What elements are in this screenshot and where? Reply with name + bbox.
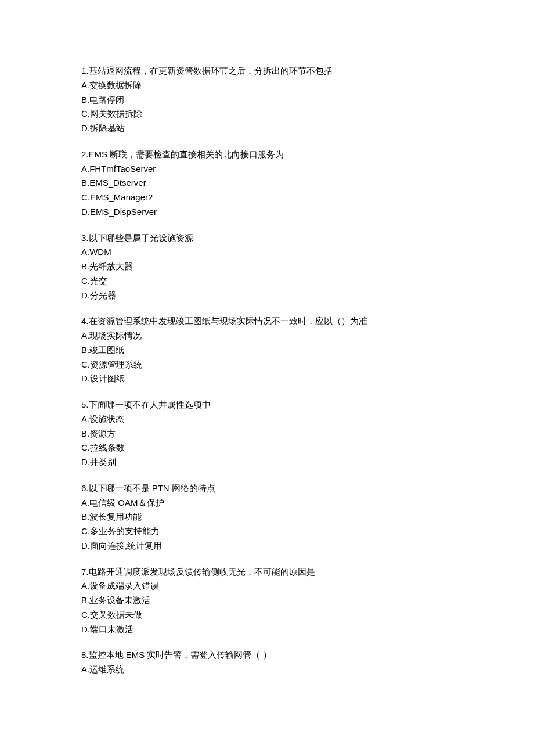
question-text: 2.EMS 断联，需要检查的直接相关的北向接口服务为 — [81, 147, 453, 162]
question-option: A.设施状态 — [81, 412, 453, 427]
question-option: B.光纤放大器 — [81, 260, 453, 274]
question-option: C.网关数据拆除 — [81, 107, 453, 121]
question-option: B.资源方 — [81, 427, 453, 441]
question-block: 5.下面哪一项不在人井属性选项中 A.设施状态 B.资源方 C.拉线条数 D.井… — [81, 398, 453, 470]
question-text: 7.电路开通调度派发现场反馈传输侧收无光，不可能的原因是 — [81, 565, 453, 579]
question-option: C.光交 — [81, 274, 453, 289]
question-option: B.业务设备未激活 — [81, 593, 453, 608]
question-block: 3.以下哪些是属于光设施资源 A.WDM B.光纤放大器 C.光交 D.分光器 — [81, 231, 453, 303]
question-option: A.电信级 OAM＆保护 — [81, 496, 453, 510]
question-block: 2.EMS 断联，需要检查的直接相关的北向接口服务为 A.FHTmfTaoSer… — [81, 147, 453, 219]
question-option: C.EMS_Manager2 — [81, 190, 453, 205]
question-block: 1.基站退网流程，在更新资管数据环节之后，分拆出的环节不包括 A.交换数据拆除 … — [81, 64, 453, 136]
document-page: 1.基站退网流程，在更新资管数据环节之后，分拆出的环节不包括 A.交换数据拆除 … — [0, 0, 534, 756]
question-option: C.多业务的支持能力 — [81, 524, 453, 539]
question-option: D.井类别 — [81, 455, 453, 470]
question-option: B.竣工图纸 — [81, 343, 453, 358]
question-text: 3.以下哪些是属于光设施资源 — [81, 231, 453, 246]
question-option: A.FHTmfTaoServer — [81, 162, 453, 177]
question-option: A.现场实际情况 — [81, 329, 453, 343]
question-option: A.设备成端录入错误 — [81, 579, 453, 593]
question-option: A.运维系统 — [81, 663, 453, 677]
question-option: B.波长复用功能 — [81, 510, 453, 524]
question-text: 6.以下哪一项不是 PTN 网络的特点 — [81, 481, 453, 496]
question-option: D.分光器 — [81, 289, 453, 303]
question-option: C.资源管理系统 — [81, 358, 453, 372]
question-option: D.EMS_DispServer — [81, 205, 453, 219]
question-option: A.交换数据拆除 — [81, 78, 453, 93]
question-block: 8.监控本地 EMS 实时告警，需登入传输网管（ ） A.运维系统 — [81, 648, 453, 677]
question-option: A.WDM — [81, 245, 453, 260]
question-block: 4.在资源管理系统中发现竣工图纸与现场实际情况不一致时，应以（）为准 A.现场实… — [81, 314, 453, 386]
question-block: 6.以下哪一项不是 PTN 网络的特点 A.电信级 OAM＆保护 B.波长复用功… — [81, 481, 453, 553]
question-text: 1.基站退网流程，在更新资管数据环节之后，分拆出的环节不包括 — [81, 64, 453, 78]
question-option: D.拆除基站 — [81, 121, 453, 136]
question-text: 8.监控本地 EMS 实时告警，需登入传输网管（ ） — [81, 648, 453, 663]
question-option: D.面向连接,统计复用 — [81, 539, 453, 553]
question-option: B.电路停闭 — [81, 93, 453, 107]
question-text: 5.下面哪一项不在人井属性选项中 — [81, 398, 453, 412]
question-option: D.端口未激活 — [81, 622, 453, 637]
question-text: 4.在资源管理系统中发现竣工图纸与现场实际情况不一致时，应以（）为准 — [81, 314, 453, 329]
question-option: D.设计图纸 — [81, 372, 453, 386]
question-option: C.拉线条数 — [81, 441, 453, 455]
question-option: B.EMS_Dtserver — [81, 176, 453, 190]
question-option: C.交叉数据未做 — [81, 608, 453, 622]
question-block: 7.电路开通调度派发现场反馈传输侧收无光，不可能的原因是 A.设备成端录入错误 … — [81, 565, 453, 637]
